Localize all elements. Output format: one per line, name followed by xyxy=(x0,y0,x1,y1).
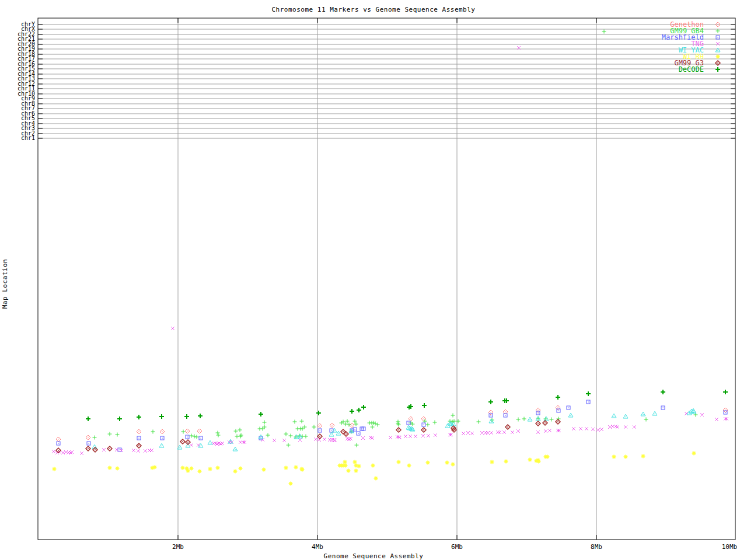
x-tick-label: 2Mb xyxy=(172,543,184,551)
y-tick-label: chr1 xyxy=(21,135,35,141)
chart-window: chrYchrXchr22chr21chr20chr19chr18chr17ch… xyxy=(0,0,747,560)
series-wi-yac xyxy=(92,408,696,451)
x-axis-label: Genome Sequence Assembly xyxy=(0,552,747,560)
series-tng xyxy=(52,46,728,455)
series-decode xyxy=(86,390,728,421)
scatter-plot-canvas: chrYchrXchr22chr21chr20chr19chr18chr17ch… xyxy=(0,0,747,560)
chart-title: Chromosome 11 Markers vs Genome Sequence… xyxy=(0,6,747,13)
series-wi-rh xyxy=(53,452,696,486)
series-gm99-g3 xyxy=(56,419,560,453)
grid-lines xyxy=(38,18,735,540)
x-tick-label: 10Mb xyxy=(722,543,738,551)
x-tick-label: 8Mb xyxy=(591,543,602,551)
plot-border xyxy=(38,18,735,540)
axis-tick-labels: chrYchrXchr22chr21chr20chr19chr18chr17ch… xyxy=(18,21,737,551)
y-axis-label: Map Location xyxy=(1,243,9,325)
axis-ticks xyxy=(38,18,735,540)
series-gm99-gb4 xyxy=(93,30,698,447)
x-tick-label: 6Mb xyxy=(451,543,463,551)
legend-label: DeCODE xyxy=(679,65,704,74)
legend: GenethonGM99 GB4MarshfieldTNGWI YACWI RH… xyxy=(662,20,720,74)
x-tick-label: 4Mb xyxy=(312,543,323,551)
